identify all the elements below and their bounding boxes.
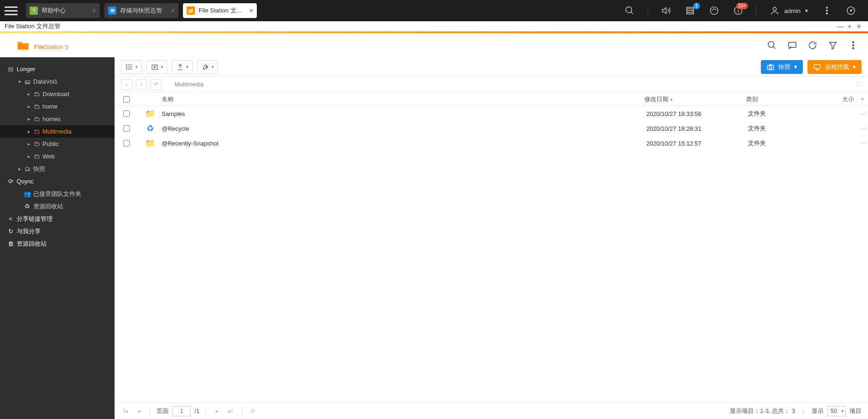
folder-icon: 📁 bbox=[145, 138, 155, 148]
chevron-right-icon: ▸ bbox=[25, 141, 32, 146]
shared-with-me-icon: ↻ bbox=[6, 228, 15, 235]
tree-share-link[interactable]: < 分享链接管理 bbox=[0, 213, 115, 225]
close-button[interactable]: × bbox=[854, 23, 863, 30]
toolbar: ▾ ▾ ▾ ▾ 快照 ▾ 远程挂载 ▾ bbox=[115, 57, 868, 77]
recycle-icon: ♻ bbox=[23, 203, 31, 210]
refresh-icon[interactable] bbox=[807, 40, 818, 51]
tree-share-me[interactable]: ↻ 与我分享 bbox=[0, 225, 115, 237]
tree-qsync-recycle[interactable]: ♻ 资源回收站 bbox=[0, 200, 115, 213]
cell-name: Samples bbox=[162, 110, 646, 117]
maximize-button[interactable]: + bbox=[845, 23, 854, 30]
tree-folder[interactable]: ▸🗀home bbox=[0, 100, 115, 113]
row-checkbox[interactable] bbox=[123, 140, 130, 146]
tree-recycle[interactable]: 🗑 资源回收站 bbox=[0, 237, 115, 250]
prev-page-button[interactable]: ◂ bbox=[134, 407, 143, 416]
tools-button[interactable]: ▾ bbox=[197, 60, 218, 74]
user-name: admin bbox=[784, 7, 801, 14]
close-icon[interactable]: × bbox=[249, 7, 253, 14]
tree-root-longer[interactable]: ▤ Longer bbox=[0, 63, 115, 75]
first-page-button[interactable]: I◂ bbox=[121, 407, 130, 416]
divider bbox=[756, 5, 757, 16]
tree-folder[interactable]: ▸🗀Web bbox=[0, 150, 115, 163]
snapshot-button[interactable]: 快照 ▾ bbox=[761, 60, 803, 74]
per-page-select[interactable]: 50 bbox=[827, 406, 846, 416]
show-label: 显示 bbox=[812, 407, 824, 415]
breadcrumb-path[interactable]: Multimedia bbox=[175, 81, 204, 88]
cell-name: @Recycle bbox=[162, 125, 646, 132]
page-input[interactable] bbox=[172, 406, 191, 416]
row-checkbox[interactable] bbox=[123, 125, 130, 132]
volume-icon[interactable] bbox=[660, 5, 672, 17]
next-page-button[interactable]: ▸ bbox=[213, 407, 222, 416]
tree-label: 资源回收站 bbox=[31, 202, 63, 211]
search-icon[interactable] bbox=[624, 5, 636, 17]
row-checkbox[interactable] bbox=[123, 110, 130, 117]
task-tab[interactable]: ⛃存储与快照总管× bbox=[104, 3, 178, 18]
svg-point-23 bbox=[126, 68, 127, 69]
info-icon[interactable]: 10+ bbox=[732, 5, 744, 17]
row-more-icon[interactable]: ⋯ bbox=[859, 125, 868, 132]
view-mode-button[interactable]: ▾ bbox=[121, 60, 142, 74]
chevron-right-icon: ▸ bbox=[25, 116, 32, 121]
row-more-icon[interactable]: ⋯ bbox=[859, 140, 868, 147]
kebab-icon[interactable] bbox=[821, 5, 833, 17]
os-taskbar: ?帮助中心×⛃存储与快照总管×📁File Station 文...× 1 10+… bbox=[0, 0, 868, 21]
total-pages: /1 bbox=[194, 407, 200, 414]
table-row[interactable]: ♻ @Recycle 2020/10/27 18:28:31 文件夹 ⋯ bbox=[115, 121, 868, 136]
svg-point-21 bbox=[126, 64, 127, 65]
dashboard-icon[interactable] bbox=[845, 5, 857, 17]
svg-point-7 bbox=[826, 7, 828, 8]
up-button[interactable]: ↶ bbox=[151, 79, 162, 90]
search-icon[interactable] bbox=[766, 40, 777, 51]
favorite-icon[interactable]: ♡ bbox=[855, 80, 862, 89]
create-button[interactable]: ▾ bbox=[146, 60, 167, 74]
tree-folder[interactable]: ▸🗀Multimedia bbox=[0, 125, 115, 138]
table-row[interactable]: 📁 @Recently-Snapshot 2020/10/27 15:12:57… bbox=[115, 136, 868, 151]
kebab-icon[interactable] bbox=[848, 40, 859, 51]
upload-button[interactable]: ▾ bbox=[172, 60, 193, 74]
folder-icon: 🗀 bbox=[32, 153, 41, 160]
svg-point-22 bbox=[126, 67, 127, 67]
filter-icon[interactable] bbox=[827, 40, 838, 51]
tree-folder[interactable]: ▸🗀Public bbox=[0, 138, 115, 150]
tree-folder[interactable]: ▸🗀homes bbox=[0, 113, 115, 125]
col-date[interactable]: 修改日期▼ bbox=[644, 95, 746, 103]
tree-datavol[interactable]: ▾ 🖴 DataVol1 bbox=[0, 75, 115, 88]
col-type[interactable]: 类别 bbox=[746, 95, 829, 103]
task-tab[interactable]: 📁File Station 文...× bbox=[183, 3, 257, 18]
tree-snapshot[interactable]: ▸ 🗂 快照 bbox=[0, 163, 115, 175]
share-icon: < bbox=[6, 215, 15, 222]
remote-mount-button[interactable]: 远程挂载 ▾ bbox=[807, 60, 862, 74]
close-icon[interactable]: × bbox=[171, 7, 175, 14]
refresh-button[interactable]: ⟳ bbox=[249, 407, 258, 416]
app-title: FileStation 5 bbox=[34, 39, 68, 52]
cast-icon[interactable] bbox=[787, 40, 798, 51]
select-all-checkbox[interactable] bbox=[123, 96, 130, 103]
folder-icon: 🗀 bbox=[32, 140, 41, 147]
add-column-button[interactable]: + bbox=[857, 96, 868, 103]
devices-icon[interactable] bbox=[708, 5, 720, 17]
tab-label: 帮助中心 bbox=[42, 6, 89, 15]
user-menu[interactable]: admin ▼ bbox=[769, 5, 809, 17]
close-icon[interactable]: × bbox=[92, 7, 96, 14]
col-size[interactable]: 大小 bbox=[829, 95, 857, 103]
chevron-down-icon: ▼ bbox=[804, 8, 809, 13]
svg-point-9 bbox=[826, 13, 828, 14]
tree-qsync[interactable]: ⟳ Qsync bbox=[0, 175, 115, 188]
minimize-button[interactable]: — bbox=[836, 23, 845, 30]
task-tab[interactable]: ?帮助中心× bbox=[26, 3, 100, 18]
cell-type: 文件夹 bbox=[748, 124, 831, 133]
tree-qsync-team[interactable]: 👥 已接受团队文件夹 bbox=[0, 188, 115, 200]
row-more-icon[interactable]: ⋯ bbox=[859, 110, 868, 117]
tree-label: Qsync bbox=[15, 178, 34, 185]
tree-folder[interactable]: ▸🗀Download bbox=[0, 88, 115, 100]
folder-icon: 🗀 bbox=[32, 115, 41, 122]
last-page-button[interactable]: ▸I bbox=[226, 407, 235, 416]
back-button[interactable]: ‹ bbox=[121, 79, 132, 90]
forward-button[interactable]: › bbox=[136, 79, 147, 90]
table-row[interactable]: 📁 Samples 2020/10/27 18:33:56 文件夹 ⋯ bbox=[115, 106, 868, 121]
task-tray-icon[interactable]: 1 bbox=[684, 5, 696, 17]
col-name[interactable]: 名称 bbox=[162, 95, 644, 103]
menu-icon[interactable] bbox=[5, 4, 18, 17]
tab-label: 存储与快照总管 bbox=[120, 6, 167, 15]
